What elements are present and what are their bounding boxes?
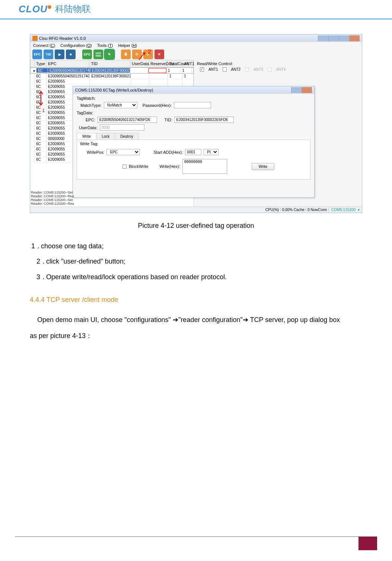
writetag-label: Write Tag: [80, 141, 306, 146]
dialog-close-button[interactable] [302, 87, 312, 93]
menu-configuration[interactable]: Configuration (O) [60, 43, 92, 48]
matchtype-select[interactable]: NoMatch [104, 102, 137, 108]
ant1-label: ANT1 [208, 67, 218, 71]
tab-lock[interactable]: Lock [96, 133, 115, 140]
menubar: Connect (C) Configuration (O) Tools (T) … [30, 42, 362, 49]
chevron-down-icon[interactable]: ▾ [358, 208, 360, 212]
col-mark [30, 60, 35, 67]
write-button[interactable]: Write [252, 163, 274, 170]
status-conn: COM5:115200 [331, 208, 356, 212]
blockwrite-label: BlockWrite [129, 164, 148, 169]
userdata-label: UserData: [79, 125, 98, 130]
col-type: Type [35, 60, 47, 67]
app-window: Clou RFID Reader V1.0.0 Connect (C) Conf… [30, 34, 362, 213]
pc-select[interactable]: PC [204, 149, 219, 155]
password-label: Password(Hex): [143, 103, 172, 108]
annotation-1-label: 1 [42, 108, 45, 113]
col-totalcount: TotalCount [168, 60, 182, 67]
tool-play-icon[interactable]: ▶ [55, 50, 64, 59]
step-3: 3．Operate write/read/lock operations bas… [31, 270, 362, 285]
dialog-min-button[interactable] [291, 87, 302, 93]
ant1-checkbox[interactable] [200, 67, 204, 71]
app-icon [32, 36, 38, 41]
tagdata-label: TagData: [77, 111, 310, 115]
step-list: 1．choose one tag data; 2．click "user-def… [30, 239, 362, 285]
tool-epc-icon[interactable]: EPC [32, 50, 42, 59]
menu-connect[interactable]: Connect (C) [33, 43, 55, 48]
close-button[interactable] [349, 35, 360, 41]
userdata-input[interactable] [100, 124, 144, 131]
menu-helper[interactable]: Helper (H) [118, 43, 137, 48]
readwrite-title: Read/Write Control: [197, 61, 359, 66]
col-ant1: ANT1 [182, 60, 194, 67]
log-area: Reader: COM5:115200--SetReader: COM5:115… [31, 191, 79, 206]
dialog-tabs: Write Lock Destroy [77, 133, 310, 140]
dropdown-button[interactable] [318, 35, 328, 41]
startadd-label: Start ADD(Hex): [153, 150, 183, 154]
logo-dot-icon [48, 5, 51, 9]
tool-write-userdata-icon[interactable]: userdata [93, 50, 103, 59]
tid-input[interactable] [174, 117, 234, 123]
col-tid: TID [89, 60, 130, 67]
menu-tools[interactable]: Tools (T) [97, 43, 113, 48]
status-cpu: CPU(%) : 0.00% Cache : 0 NowConn : [265, 208, 329, 212]
ant2-label: ANT2 [231, 67, 241, 71]
tag-dialog: COM5:115200 6CTag (Write/Lock/Destroy) T… [73, 86, 315, 198]
startadd-input[interactable] [185, 149, 201, 155]
writepos-select[interactable]: EPC [106, 149, 140, 155]
tool-list-icon[interactable]: ≣ [121, 50, 131, 59]
step-2: 2．click "user-defined" button; [31, 254, 362, 269]
ant3-label: ANT3 [254, 67, 263, 71]
table-row[interactable]: 6CE2009055 [30, 79, 194, 84]
tid-label: TID: [165, 118, 172, 122]
page-footer [15, 536, 377, 550]
step-1: 1．choose one tag data; [31, 239, 362, 254]
epc-label: EPC: [86, 118, 95, 122]
tab-destroy[interactable]: Destroy [115, 133, 138, 140]
section-heading: 4.4.4 TCP server /client mode [30, 296, 362, 304]
matchtype-label: MatchType: [80, 103, 102, 108]
annotation-2: 2 [138, 50, 151, 61]
tool-tid-icon[interactable]: TID [44, 50, 53, 59]
section-body: Open demo main UI, choose "configuration… [30, 312, 362, 344]
ant2-checkbox[interactable] [223, 67, 227, 71]
status-bar: CPU(%) : 0.00% Cache : 0 NowConn : COM5:… [30, 207, 362, 213]
dialog-title: COM5:115200 6CTag (Write/Lock/Destroy) [75, 88, 153, 92]
logo: CLOU 科陆物联 [19, 3, 91, 15]
tab-write[interactable]: Write [77, 133, 96, 140]
password-input[interactable] [174, 102, 211, 108]
minimize-button[interactable] [328, 35, 339, 41]
app-screenshot: Clou RFID Reader V1.0.0 Connect (C) Conf… [30, 34, 362, 217]
figure-caption: Picture 4-12 user-defined tag operation [30, 222, 362, 230]
footer-marker [358, 537, 377, 550]
titlebar: Clou RFID Reader V1.0.0 [30, 35, 362, 42]
writehex-input[interactable] [182, 159, 227, 174]
ant4-checkbox[interactable] [268, 67, 272, 71]
epc-input[interactable] [98, 117, 157, 123]
tool-user-defined-icon[interactable]: ✎ [105, 50, 114, 59]
tool-cancel-icon[interactable]: ✕ [154, 50, 164, 59]
toolbar: EPC TID ▶ ■ EPC userdata ✎ ≣ ⟳ ⟳ ✕ [30, 49, 362, 60]
dialog-titlebar: COM5:115200 6CTag (Write/Lock/Destroy) [73, 86, 314, 94]
logo-text: CLOU [19, 3, 48, 15]
tool-stop-icon[interactable]: ■ [66, 50, 76, 59]
table-row[interactable]: 6CE20090550405012517405FF2E20034120138F3… [30, 74, 194, 79]
window-title: Clou RFID Reader V1.0.0 [39, 36, 86, 41]
writehex-label: Write(Hex): [159, 164, 180, 169]
col-reservedata: ReserveData [149, 60, 168, 67]
tool-write-epc-icon[interactable]: EPC [82, 50, 92, 59]
maximize-button[interactable] [339, 35, 349, 41]
col-epc: EPC [47, 60, 89, 67]
ant4-label: ANT4 [276, 67, 286, 71]
blockwrite-checkbox[interactable] [122, 165, 127, 169]
annotation-1 [37, 90, 45, 110]
doc-header: CLOU 科陆物联 [0, 0, 392, 19]
ant3-checkbox[interactable] [245, 67, 249, 71]
logo-cn: 科陆物联 [55, 3, 91, 15]
table-row[interactable]: ▸6CE20090550405013217405FD6E20034120135F… [30, 67, 194, 74]
grid-header: Type EPC TID UserData ReserveData TotalC… [30, 60, 194, 67]
annotation-2-label: 2 [148, 49, 151, 55]
writepos-label: WritePos: [87, 150, 104, 154]
tagmatch-label: TagMatch: [77, 96, 310, 101]
